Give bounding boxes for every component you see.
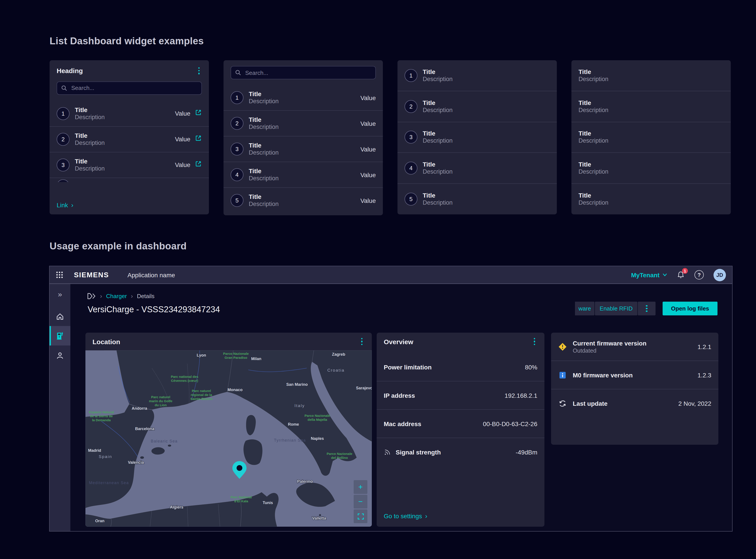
widget-examples-row: Heading 1 Title Description Value 2 Titl…: [50, 60, 731, 215]
item-title: Title: [423, 130, 550, 137]
item-value: Value: [360, 146, 376, 153]
item-title: Title: [249, 90, 355, 98]
list-item[interactable]: 1 Title Description Value: [50, 101, 209, 126]
application-name: Application name: [127, 271, 175, 278]
sidebar-expand-button[interactable]: »: [50, 284, 70, 305]
search-input[interactable]: [70, 84, 197, 92]
item-title: Title: [75, 132, 169, 139]
map-label: Zagreb: [332, 352, 345, 357]
item-number-badge: 2: [405, 100, 418, 113]
chevron-right-icon: ›: [425, 513, 427, 519]
item-value: Value: [360, 120, 376, 127]
overview-value: -49dBm: [516, 448, 537, 455]
item-description: Description: [578, 76, 724, 83]
zoom-out-button[interactable]: −: [354, 495, 368, 509]
item-description: Description: [423, 199, 550, 206]
sidebar-item-charger[interactable]: [50, 326, 70, 345]
external-link-icon[interactable]: [195, 135, 202, 143]
item-description: Description: [249, 201, 355, 208]
list-item[interactable]: 3 Title Description: [398, 121, 557, 153]
map[interactable]: LyonMilanZagrebCroatiaSarajevoSan Marino…: [86, 350, 372, 527]
list-item[interactable]: 5 Title Description Value: [223, 187, 383, 213]
kebab-menu-icon[interactable]: [359, 337, 365, 346]
search-field[interactable]: [57, 81, 202, 94]
app-launcher-icon[interactable]: [56, 271, 63, 278]
item-number-badge: 3: [405, 131, 418, 144]
more-actions-button[interactable]: [638, 301, 656, 315]
breadcrumb-item-charger[interactable]: Charger: [106, 293, 127, 299]
home-icon: [56, 312, 64, 320]
breadcrumb: › Charger › Details: [87, 292, 155, 299]
item-description: Description: [578, 107, 724, 114]
list-item[interactable]: Title Description: [571, 60, 731, 91]
zoom-in-button[interactable]: +: [354, 480, 368, 494]
map-label: Palermo: [297, 479, 313, 484]
avatar[interactable]: JD: [713, 269, 726, 281]
update-firmware-button-clipped[interactable]: ware: [575, 301, 594, 315]
sidebar-item-users[interactable]: [50, 345, 70, 365]
list-item[interactable]: 2 Title Description: [398, 91, 557, 122]
item-number-badge: 5: [231, 194, 243, 207]
kebab-menu-icon[interactable]: [531, 337, 537, 346]
fullscreen-icon: [357, 513, 363, 519]
overview-row-mac-address: Mac address 00-B0-D0-63-C2-26: [377, 410, 544, 438]
go-to-settings-link[interactable]: Go to settings: [384, 513, 422, 519]
item-value: Value: [175, 110, 190, 117]
item-value: Value: [175, 161, 190, 168]
list-item[interactable]: 3 Title Description Value: [50, 152, 209, 177]
list-item[interactable]: 1 Title Description Value: [223, 85, 383, 110]
clipped-list-item: Title: [50, 177, 209, 182]
item-value: Value: [175, 136, 190, 143]
search-field[interactable]: [231, 66, 376, 79]
list-item[interactable]: 1 Title Description: [398, 60, 557, 91]
kebab-menu-icon: [644, 304, 649, 313]
list-item[interactable]: 4 Title Description Value: [223, 162, 383, 187]
map-label: Parc national desCévennes (cœur): [171, 375, 198, 382]
fullscreen-button[interactable]: [354, 509, 368, 523]
card-footer-link[interactable]: Link: [57, 202, 68, 209]
map-label: Sarajevo: [356, 386, 372, 390]
overview-row-ip-address: IP address 192.168.2.1: [377, 381, 544, 410]
list-item[interactable]: Title Description: [571, 183, 731, 215]
refresh-icon: [558, 399, 567, 408]
external-link-icon[interactable]: [195, 160, 202, 169]
item-title: Title: [423, 99, 550, 107]
info-icon: [558, 371, 567, 379]
enable-rfid-button[interactable]: Enable RFID: [595, 301, 637, 315]
open-log-files-button[interactable]: Open log files: [663, 301, 717, 315]
list-item[interactable]: 2 Title Description Value: [223, 110, 383, 136]
list-item[interactable]: Title Description: [571, 121, 731, 153]
list-item[interactable]: Title Description: [571, 91, 731, 122]
item-title: Title: [578, 68, 724, 76]
item-title: Title: [578, 192, 724, 199]
item-description: Description: [578, 137, 724, 144]
list-item[interactable]: 5 Title Description: [398, 183, 557, 215]
item-title: Title: [249, 142, 355, 149]
list-item[interactable]: 3 Title Description Value: [223, 136, 383, 162]
item-title: Title: [249, 193, 355, 201]
list-item[interactable]: 4 Title Description: [398, 153, 557, 184]
item-value: Value: [360, 94, 376, 101]
search-icon: [235, 70, 241, 76]
list-item[interactable]: Title Description: [571, 153, 731, 184]
search-icon: [61, 85, 67, 91]
page-title: VersiCharge - VSSS234293847234: [88, 305, 220, 314]
kebab-menu-icon[interactable]: [196, 66, 202, 75]
notification-badge: 1: [682, 268, 688, 274]
breadcrumb-root-icon[interactable]: [87, 293, 96, 299]
firmware-card: Current firmware version Outdated 1.2.1 …: [551, 333, 718, 445]
item-description: Description: [578, 169, 724, 176]
item-description: Description: [423, 107, 550, 114]
tenant-selector[interactable]: MyTenant: [631, 271, 667, 278]
signal-strength-icon: [384, 448, 391, 456]
item-title: Title: [75, 157, 169, 165]
external-link-icon[interactable]: [195, 109, 202, 118]
map-label: Parc naturelrégional de laSainte-Baume: [190, 389, 212, 401]
help-button[interactable]: ?: [694, 270, 704, 280]
list-item[interactable]: 2 Title Description Value: [50, 126, 209, 152]
item-description: Description: [249, 98, 355, 105]
search-input[interactable]: [244, 69, 371, 76]
card-heading: Heading: [57, 67, 83, 75]
sidebar-item-home[interactable]: [50, 307, 70, 326]
notifications-button[interactable]: 1: [677, 271, 685, 279]
